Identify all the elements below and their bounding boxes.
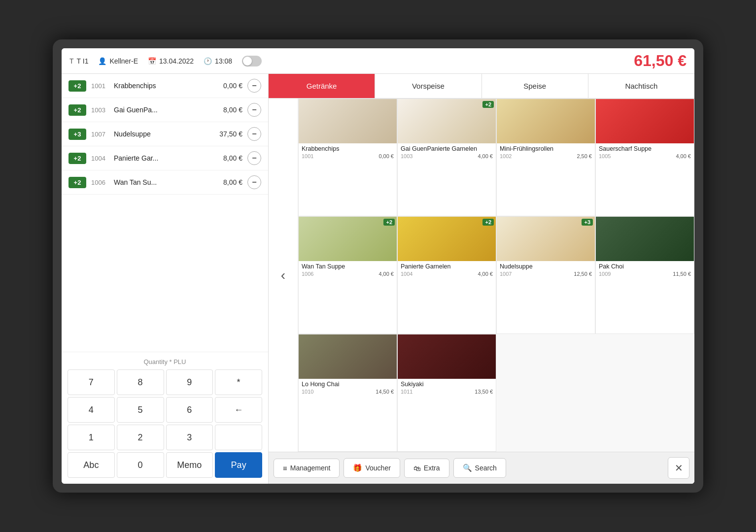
- order-item[interactable]: +2 1006 Wan Tan Su... 8,00 € −: [62, 170, 268, 195]
- menu-item-price: 4,00 €: [478, 153, 493, 159]
- mode-toggle[interactable]: [242, 56, 262, 66]
- menu-item[interactable]: Sukiyaki 1011 13,50 €: [397, 334, 496, 452]
- remove-item-button[interactable]: −: [247, 79, 261, 93]
- menu-item[interactable]: +3 Nudelsuppe 1007 12,50 €: [496, 216, 595, 334]
- menu-item-info: Nudelsuppe 1007 12,50 €: [497, 261, 595, 333]
- waiter-label: Kellner-E: [109, 57, 138, 65]
- numpad-key-2[interactable]: 2: [117, 425, 164, 450]
- numpad-key-0[interactable]: 0: [117, 452, 164, 478]
- menu-item[interactable]: Lo Hong Chai 1010 14,50 €: [298, 334, 397, 452]
- menu-item-image: [596, 217, 694, 261]
- menu-item-info: Gai GuenPanierte Garnelen 1003 4,00 €: [398, 143, 496, 216]
- item-num: 1001: [91, 82, 109, 90]
- right-panel: GetränkeVorspeiseSpeiseNachtisch ‹ Krabb…: [269, 74, 694, 484]
- remove-item-button[interactable]: −: [247, 151, 261, 165]
- extra-icon: 🛍: [413, 464, 421, 472]
- numpad-key-Abc[interactable]: Abc: [68, 452, 115, 478]
- menu-item-info: Pak Choi 1009 11,50 €: [596, 261, 694, 333]
- time-info: 🕐 13:08: [204, 57, 232, 65]
- tab-speise[interactable]: Speise: [482, 74, 588, 98]
- menu-item[interactable]: +2 Wan Tan Suppe 1006 4,00 €: [298, 216, 397, 334]
- menu-item-code: 1003: [401, 153, 412, 159]
- menu-item[interactable]: Sauerscharf Suppe 1005 4,00 €: [595, 99, 694, 216]
- total-price: 61,50 €: [634, 52, 687, 70]
- menu-item[interactable]: Krabbenchips 1001 0,00 €: [298, 99, 397, 216]
- numpad-key-7[interactable]: 7: [68, 369, 115, 395]
- extra-button[interactable]: 🛍 Extra: [404, 459, 449, 478]
- waiter-info: 👤 Kellner-E: [98, 57, 138, 65]
- menu-item-info: Panierte Garnelen 1004 4,00 €: [398, 261, 496, 333]
- numpad-key-5[interactable]: 5: [117, 397, 164, 423]
- numpad-key-4[interactable]: 4: [68, 397, 115, 423]
- main-content: +2 1001 Krabbenchips 0,00 € − +2 1003 Ga…: [62, 74, 694, 484]
- calendar-icon: 📅: [148, 57, 156, 65]
- tab-nachtisch[interactable]: Nachtisch: [588, 74, 694, 98]
- search-icon: 🔍: [463, 464, 472, 472]
- pay-button[interactable]: Pay: [215, 452, 262, 478]
- category-tabs: GetränkeVorspeiseSpeiseNachtisch: [269, 74, 694, 99]
- remove-item-button[interactable]: −: [247, 127, 261, 141]
- order-item[interactable]: +2 1003 Gai GuenPa... 8,00 € −: [62, 98, 268, 122]
- order-item[interactable]: +2 1001 Krabbenchips 0,00 € −: [62, 74, 268, 98]
- left-panel: +2 1001 Krabbenchips 0,00 € − +2 1003 Ga…: [62, 74, 269, 484]
- order-list: +2 1001 Krabbenchips 0,00 € − +2 1003 Ga…: [62, 74, 268, 352]
- menu-item-code: 1007: [500, 271, 512, 277]
- menu-item[interactable]: +2 Gai GuenPanierte Garnelen 1003 4,00 €: [397, 99, 496, 216]
- menu-item[interactable]: Mini-Frühlingsrollen 1002 2,50 €: [496, 99, 595, 216]
- menu-item-code: 1009: [599, 271, 611, 277]
- menu-item[interactable]: +2 Panierte Garnelen 1004 4,00 €: [397, 216, 496, 334]
- order-item[interactable]: +2 1004 Panierte Gar... 8,00 € −: [62, 146, 268, 170]
- menu-item-name: Pak Choi: [599, 263, 691, 270]
- tab-vorspeise[interactable]: Vorspeise: [375, 74, 481, 98]
- numpad-key-backspace[interactable]: ←: [215, 397, 262, 423]
- header-left: T T I1 👤 Kellner-E 📅 13.04.2022 🕐 13:08: [69, 56, 634, 66]
- voucher-button[interactable]: 🎁 Voucher: [344, 458, 400, 478]
- management-button[interactable]: ≡ Management: [274, 459, 340, 478]
- numpad-key-Memo[interactable]: Memo: [166, 452, 213, 478]
- menu-item-price: 12,50 €: [574, 271, 592, 277]
- menu-grid: Krabbenchips 1001 0,00 € +2 Gai GuenPani…: [298, 99, 694, 452]
- menu-item-code: 1002: [500, 153, 512, 159]
- item-name: Panierte Gar...: [114, 154, 208, 162]
- menu-item-meta: 1004 4,00 €: [401, 271, 493, 277]
- menu-item-meta: 1011 13,50 €: [401, 389, 493, 395]
- numpad-key-multiply[interactable]: *: [215, 369, 262, 395]
- numpad-key-8[interactable]: 8: [117, 369, 164, 395]
- menu-item-meta: 1005 4,00 €: [599, 153, 691, 159]
- time-label: 13:08: [215, 57, 232, 65]
- qty-badge: +2: [69, 177, 86, 188]
- person-icon: 👤: [98, 57, 106, 65]
- date-label: 13.04.2022: [159, 57, 194, 65]
- menu-item-image: +2: [398, 99, 496, 143]
- numpad-key-1[interactable]: 1: [68, 425, 115, 450]
- numpad-key-6[interactable]: 6: [166, 397, 213, 423]
- menu-item-code: 1005: [599, 153, 611, 159]
- remove-item-button[interactable]: −: [247, 103, 261, 117]
- item-num: 1007: [91, 131, 109, 138]
- menu-item-info: Sauerscharf Suppe 1005 4,00 €: [596, 143, 694, 216]
- management-label: Management: [290, 464, 331, 472]
- tab-getraenke[interactable]: Getränke: [269, 74, 375, 98]
- item-num: 1006: [91, 179, 109, 186]
- table-icon: T: [69, 57, 74, 65]
- numpad-key-9[interactable]: 9: [166, 369, 213, 395]
- close-button[interactable]: ✕: [668, 457, 689, 479]
- menu-item-price: 2,50 €: [577, 153, 592, 159]
- menu-item-meta: 1007 12,50 €: [500, 271, 592, 277]
- menu-item[interactable]: Pak Choi 1009 11,50 €: [595, 216, 694, 334]
- qty-overlay: +2: [482, 219, 494, 226]
- order-item[interactable]: +3 1007 Nudelsuppe 37,50 € −: [62, 122, 268, 146]
- item-price: 37,50 €: [213, 130, 242, 138]
- remove-item-button[interactable]: −: [247, 175, 261, 189]
- search-button[interactable]: 🔍 Search: [453, 458, 506, 478]
- tablet-frame: T T I1 👤 Kellner-E 📅 13.04.2022 🕐 13:08: [53, 39, 703, 493]
- numpad-key-3[interactable]: 3: [166, 425, 213, 450]
- toggle-knob: [243, 57, 252, 66]
- nav-arrow-prev[interactable]: ‹: [269, 99, 298, 452]
- menu-item-image: +2: [398, 217, 496, 261]
- menu-item-price: 4,00 €: [478, 271, 493, 277]
- table-info: T T I1: [69, 57, 88, 65]
- menu-item-price: 0,00 €: [378, 153, 394, 159]
- item-price: 8,00 €: [213, 106, 242, 114]
- menu-item-price: 13,50 €: [475, 389, 493, 395]
